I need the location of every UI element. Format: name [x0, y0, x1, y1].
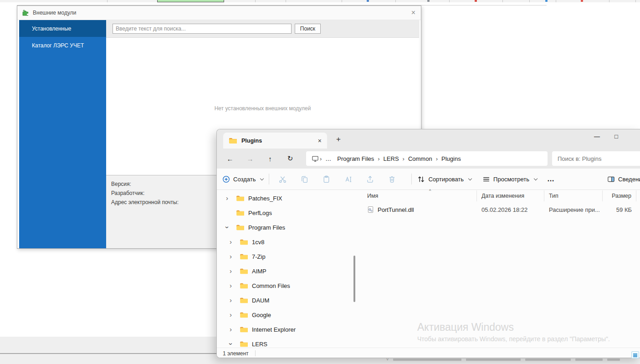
column-header-size[interactable]: Размер [603, 190, 636, 201]
chevron-right-icon: › [320, 155, 322, 162]
chevron-down-icon [260, 176, 264, 180]
chevron-down-icon [534, 176, 538, 180]
toolbar-divider [411, 174, 412, 185]
details-pane-icon [607, 175, 615, 183]
chevron-right-icon[interactable] [230, 283, 237, 288]
toolbar-divider [269, 174, 269, 185]
create-button[interactable]: Создать [222, 175, 263, 183]
rename-button[interactable] [340, 175, 356, 183]
tree-scrollbar[interactable] [353, 256, 355, 302]
explorer-toolbar: Создать [217, 169, 640, 190]
breadcrumb-overflow[interactable]: … [325, 155, 332, 162]
chevron-right-icon[interactable] [226, 195, 233, 201]
folder-icon [240, 282, 248, 289]
back-button[interactable]: ← [222, 155, 238, 163]
icon-fragment [367, 0, 369, 2]
toolbar-separator [502, 0, 503, 2]
file-modified: 05.02.2026 18:22 [477, 206, 544, 213]
sidebar-item-catalog[interactable]: Каталог ЛЭРС УЧЕТ [19, 37, 106, 54]
column-header-name[interactable]: Имя [365, 190, 477, 201]
column-header-modified[interactable]: Дата изменения [477, 190, 544, 201]
toolbar-separator [286, 0, 286, 2]
close-icon[interactable]: × [411, 9, 415, 16]
footer-text-fragments: ˅ [386, 359, 620, 361]
explorer-navbar: ← → ↑ ↻ › … Program Files › LERS › Commo… [217, 149, 640, 169]
folder-icon [229, 137, 237, 144]
details-pane-button[interactable]: Сведения [607, 169, 640, 190]
icon-fragment [427, 0, 430, 2]
toolbar-separator [107, 0, 108, 2]
explorer-content: Patches_FIX PerfLogs Program Files 1cv8 [217, 190, 640, 348]
chevron-right-icon[interactable] [230, 312, 237, 318]
tree-item-google[interactable]: Google [217, 308, 358, 322]
folder-icon [236, 195, 244, 201]
chevron-right-icon[interactable] [230, 268, 237, 274]
chevron-right-icon[interactable] [230, 254, 237, 259]
breadcrumb-common[interactable]: Common [408, 155, 432, 162]
minimize-button[interactable]: — [594, 133, 600, 140]
tree-item-program-files[interactable]: Program Files [217, 220, 358, 235]
toolbar-separator [342, 0, 342, 2]
sort-icon [417, 175, 425, 183]
folder-icon [240, 268, 248, 274]
share-button[interactable] [362, 175, 378, 183]
search-placeholder: Поиск в: Plugins [558, 155, 601, 162]
explorer-tabbar: Plugins × + — □ [217, 129, 640, 149]
address-bar[interactable]: › … Program Files › LERS › Common › Plug… [306, 151, 548, 166]
toolbar-separator [635, 0, 636, 2]
more-options-button[interactable]: … [547, 175, 555, 183]
breadcrumb-plugins[interactable]: Plugins [441, 155, 461, 162]
tab-plugins[interactable]: Plugins × [223, 133, 327, 149]
folder-icon [240, 253, 248, 260]
sort-button[interactable]: Сортировать [417, 175, 471, 183]
breadcrumb-lers[interactable]: LERS [384, 155, 399, 162]
file-row-porttunnel[interactable]: PortTunnel.dll 05.02.2026 18:22 Расширен… [365, 203, 640, 216]
search-input[interactable] [113, 24, 292, 34]
chevron-right-icon[interactable] [230, 297, 237, 303]
search-button[interactable]: Поиск [295, 24, 321, 34]
items-count: 1 элемент [223, 350, 249, 357]
watermark-title: Активация Windows [417, 321, 610, 333]
refresh-button[interactable]: ↻ [282, 154, 298, 163]
view-button[interactable]: Просмотреть [482, 175, 537, 183]
sidebar-item-installed[interactable]: Установленные [19, 20, 106, 37]
modules-titlebar: Внешние модули × [17, 6, 421, 20]
chevron-down-icon[interactable] [226, 225, 233, 230]
tree-item-patches-fix[interactable]: Patches_FIX [217, 191, 358, 205]
icon-fragment [581, 0, 583, 2]
icon-fragment [475, 0, 477, 2]
file-name: PortTunnel.dll [378, 206, 414, 213]
cut-button[interactable] [275, 175, 290, 183]
delete-button[interactable] [384, 175, 399, 183]
up-button[interactable]: ↑ [262, 155, 278, 163]
tree-item-perflogs[interactable]: PerfLogs [217, 205, 358, 220]
tree-item-7zip[interactable]: 7-Zip [217, 249, 358, 264]
tree-item-lers[interactable]: LERS [217, 337, 358, 348]
forward-button[interactable]: → [242, 155, 258, 163]
breadcrumb-program-files[interactable]: Program Files [337, 155, 374, 162]
chevron-down-icon[interactable] [230, 341, 237, 347]
new-tab-button[interactable]: + [336, 135, 341, 144]
chevron-right-icon[interactable] [230, 239, 237, 245]
chevron-right-icon: › [403, 155, 404, 162]
explorer-search-box[interactable]: Поиск в: Plugins [552, 151, 640, 166]
hamburger-icon[interactable] [631, 351, 639, 359]
computer-icon [312, 155, 319, 162]
chevron-right-icon[interactable] [230, 327, 237, 332]
copy-button[interactable] [297, 175, 312, 183]
tree-item-daum[interactable]: DAUM [217, 293, 358, 308]
chevron-down-icon [468, 176, 472, 180]
column-header-type[interactable]: Тип [544, 190, 603, 201]
tab-close-icon[interactable]: × [318, 137, 322, 144]
paste-button[interactable] [318, 175, 334, 183]
tree-item-internet-explorer[interactable]: Internet Explorer [217, 322, 358, 337]
modules-search-row: Поиск [106, 20, 419, 38]
folder-icon [240, 239, 248, 245]
tree-item-1cv8[interactable]: 1cv8 [217, 235, 358, 249]
tree-item-aimp[interactable]: AIMP [217, 264, 358, 278]
toolbar-separator [609, 0, 609, 2]
maximize-button[interactable]: □ [614, 133, 618, 140]
folder-icon [236, 224, 244, 231]
tree-item-common-files[interactable]: Common Files [217, 278, 358, 293]
explorer-window: Plugins × + — □ ← → ↑ ↻ › [216, 129, 640, 358]
